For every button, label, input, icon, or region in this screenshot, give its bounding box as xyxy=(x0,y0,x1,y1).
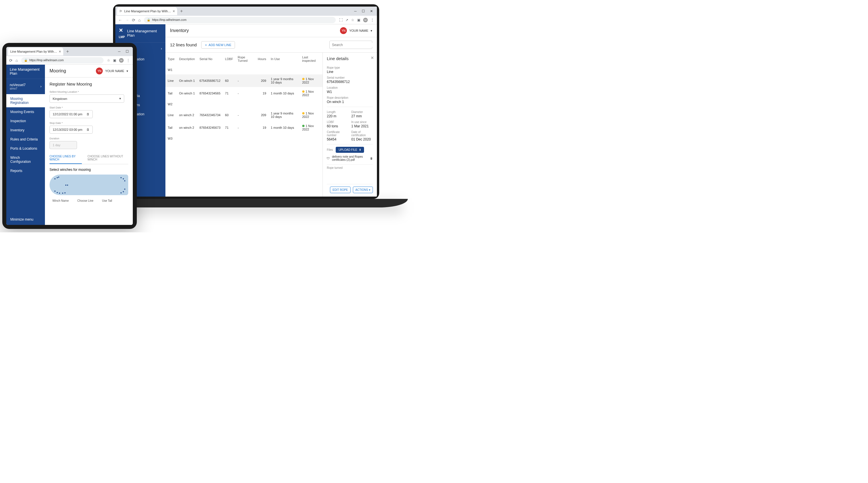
status-dot-icon xyxy=(302,78,305,80)
nav-home-icon[interactable]: ⌂ xyxy=(16,58,18,63)
new-tab-button[interactable]: + xyxy=(64,49,70,54)
add-new-line-button[interactable]: + ADD NEW LINE xyxy=(201,41,235,49)
tab-by-winch[interactable]: CHOOSE LINES BY WINCH xyxy=(50,153,82,164)
edit-rope-button[interactable]: EDIT ROPE xyxy=(330,187,350,193)
user-name: YOUR NAME xyxy=(105,69,124,73)
translate-icon[interactable]: ⛶ xyxy=(339,18,343,22)
tab-title: Line Management Plan by Wilh… xyxy=(10,50,57,53)
location-select[interactable]: Kingstown ▾ xyxy=(50,94,124,103)
window-minimize-icon[interactable]: ─ xyxy=(118,50,121,54)
vessel-diagram[interactable] xyxy=(50,174,128,195)
line-count: 12 lines found xyxy=(170,42,196,47)
nav-mooring-events[interactable]: Mooring Events xyxy=(6,107,45,117)
file-item: 🛡 delivery note and Ropes certificates (… xyxy=(327,155,373,161)
menu-icon[interactable]: ⋮ xyxy=(126,58,130,62)
url-text: https://lmp.wilhelmsen.com xyxy=(152,18,186,22)
minimize-menu[interactable]: Minimize menu xyxy=(6,214,45,225)
nav-home-icon[interactable]: ⌂ xyxy=(138,18,141,22)
table-row[interactable]: Lineon winch 276543234573460-2091 year 9… xyxy=(165,109,322,121)
line-details-panel: ✕ Line details Rope type Line Serial num… xyxy=(322,53,377,197)
tab-title: Line Management Plan by Wilh… xyxy=(124,9,171,13)
window-maximize-icon[interactable]: ☐ xyxy=(362,9,365,13)
window-close-icon[interactable]: ✕ xyxy=(370,9,373,13)
col-choose-line: Choose Line xyxy=(77,199,93,202)
form-heading: Register New Mooring xyxy=(50,82,128,87)
search-field[interactable] xyxy=(332,43,375,47)
nav-back-icon[interactable]: ← xyxy=(118,18,122,22)
nav-mooring-registration[interactable]: Mooring Registration xyxy=(6,94,45,107)
chevron-right-icon: › xyxy=(40,85,41,89)
nav-reports[interactable]: Reports xyxy=(6,166,45,175)
shield-icon: 🛡 xyxy=(327,157,330,160)
col-last: Last inspected xyxy=(300,53,322,65)
brand-title: Line Management Plan xyxy=(127,29,162,37)
new-tab-button[interactable]: + xyxy=(178,8,184,14)
bookmark-icon[interactable]: ☆ xyxy=(351,18,354,22)
col-hours: Hours xyxy=(255,53,269,65)
page-title: Mooring xyxy=(50,68,66,73)
nav-reload-icon[interactable]: ⟳ xyxy=(132,18,135,22)
calendar-icon: 🗓 xyxy=(86,112,90,116)
inventory-table: Type Description Serial No LDBF Rope Tur… xyxy=(165,53,322,143)
brand: ✕LMP Line Management Plan xyxy=(115,24,165,43)
browser-tab[interactable]: 🏳 Line Management Plan by Wilh… × xyxy=(117,7,177,15)
close-tab-icon[interactable]: × xyxy=(59,49,61,54)
browser-tab[interactable]: Line Management Plan by Wilh… × xyxy=(8,47,63,56)
chevron-down-icon: ▾ xyxy=(119,97,121,100)
extensions-icon[interactable]: ▣ xyxy=(357,18,360,22)
nav-winch[interactable]: Winch Configuration xyxy=(6,153,45,166)
group-w3: W3 xyxy=(165,134,322,143)
vessel-selector[interactable]: noVessel7 simo7 › xyxy=(6,79,45,94)
stop-date-input[interactable]: 12/13/2022 03:00 pm 🗓 xyxy=(50,126,93,134)
upload-icon: ⬆ xyxy=(359,148,361,151)
close-details-icon[interactable]: ✕ xyxy=(371,56,374,60)
profile-avatar[interactable]: M xyxy=(363,18,368,22)
plus-icon: + xyxy=(205,43,207,46)
page-title: Inventory xyxy=(170,28,189,33)
menu-icon[interactable]: ⋮ xyxy=(371,18,374,22)
nav-inspection[interactable]: Inspection xyxy=(6,117,45,126)
delete-file-icon[interactable]: 🗑 xyxy=(370,157,373,160)
extensions-icon[interactable]: ▣ xyxy=(113,58,116,62)
laptop-device: 🏳 Line Management Plan by Wilh… × + ─ ☐ … xyxy=(113,4,379,199)
user-menu[interactable]: YN YOUR NAME ▾ xyxy=(96,67,128,74)
nav-reload-icon[interactable]: ⟳ xyxy=(9,58,12,63)
tab-without-winch[interactable]: CHOOSE LINES WITHOUT WINCH xyxy=(88,153,128,164)
close-tab-icon[interactable]: × xyxy=(173,9,175,13)
group-w2: W2 xyxy=(165,100,322,109)
nav-forward-icon[interactable]: → xyxy=(125,18,129,22)
brand: Line Management Plan xyxy=(6,65,45,79)
nav-ports[interactable]: Ports & Locations xyxy=(6,144,45,153)
col-winch-name: Winch Name xyxy=(52,199,69,202)
search-input[interactable]: 🔍 xyxy=(330,41,372,49)
search-icon: 🔍 xyxy=(377,42,377,47)
actions-button[interactable]: ACTIONS ▾ xyxy=(353,187,373,193)
url-input[interactable]: 🔒 https://lmp.wilhelmsen.com xyxy=(144,17,336,23)
calendar-icon: 🗓 xyxy=(86,128,90,131)
share-icon[interactable]: ↗ xyxy=(345,18,348,22)
user-avatar: YN xyxy=(96,67,103,74)
user-menu[interactable]: YN YOUR NAME ▾ xyxy=(340,27,372,34)
start-date-input[interactable]: 12/12/2022 01:00 pm 🗓 xyxy=(50,110,93,118)
upload-file-button[interactable]: UPLOAD FILE ⬆ xyxy=(336,147,364,153)
nav-rules[interactable]: Rules and Criteria xyxy=(6,135,45,144)
window-maximize-icon[interactable]: ☐ xyxy=(126,50,129,54)
nav-inventory[interactable]: Inventory xyxy=(6,126,45,135)
group-w1: W1 xyxy=(165,65,322,74)
browser-chrome: 🏳 Line Management Plan by Wilh… × + ─ ☐ … xyxy=(115,7,377,24)
duration-input: 1 day xyxy=(50,141,77,149)
url-input[interactable]: 🔒 https://lmp.wilhelmsen.com xyxy=(21,57,103,64)
col-desc: Description xyxy=(177,53,197,65)
table-row[interactable]: LineOn winch 167543568671260-2091 year 9… xyxy=(165,74,322,87)
col-ldbf: LDBF xyxy=(223,53,235,65)
profile-avatar[interactable]: M xyxy=(119,58,124,63)
select-winches-heading: Select winches for mooring xyxy=(50,168,128,172)
window-minimize-icon[interactable]: ─ xyxy=(354,9,356,13)
brand-title: Line Management Plan xyxy=(10,67,41,76)
col-use-tail: Use Tail xyxy=(102,199,112,202)
user-avatar: YN xyxy=(340,27,347,34)
bookmark-icon[interactable]: ☆ xyxy=(107,58,110,62)
table-row[interactable]: Tailon winch 287654324567371-191 month 1… xyxy=(165,121,322,134)
table-row[interactable]: TailOn winch 187654323456571-191 month 1… xyxy=(165,87,322,100)
lock-icon: 🔒 xyxy=(24,59,28,62)
